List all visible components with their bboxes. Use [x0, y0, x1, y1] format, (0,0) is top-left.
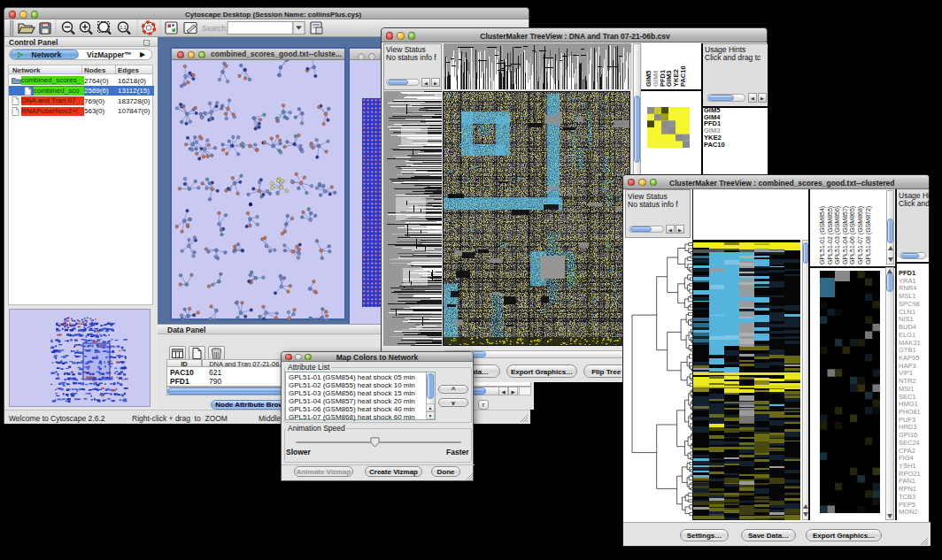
- svg-text:Search:: Search:: [202, 24, 228, 33]
- svg-text:1:1: 1:1: [120, 25, 127, 30]
